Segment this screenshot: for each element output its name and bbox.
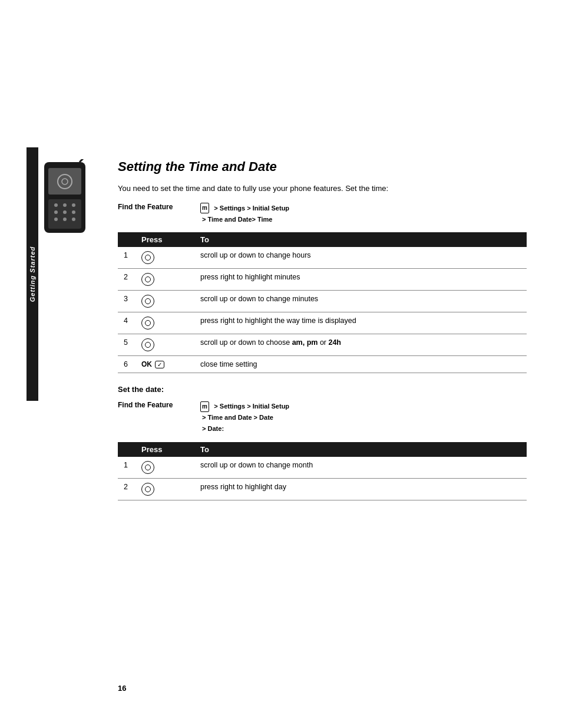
svg-point-10 [54,218,58,221]
table-row: 1 scroll up or down to change month [118,457,527,479]
to-cell: scroll up or down to change month [194,457,527,479]
table-row: 2 press right to highlight minutes [118,268,527,290]
am-pm-bold: am, pm [292,338,318,347]
table-row: 6 OK ✓ close time setting [118,355,527,373]
find-feature-date-value: m > Settings > Initial Setup > Time and … [200,401,289,435]
press-cell [135,457,194,479]
intro-text: You need to set the time and date to ful… [118,183,527,195]
press-cell [135,478,194,500]
table-row: 2 press right to highlight day [118,478,527,500]
press-cell [135,268,194,290]
press-cell [135,247,194,269]
col-press-header-d: Press [135,442,194,457]
row-num: 5 [118,334,135,355]
menu-path-date: > Settings > Initial Setup > Time and Da… [200,403,289,432]
svg-point-7 [54,210,58,214]
nav-icon-d2 [141,483,154,496]
row-num: 1 [118,457,135,479]
to-cell: close time setting [194,355,527,373]
24h-bold: 24h [328,338,341,347]
to-cell: scroll up or down to change minutes [194,290,527,312]
row-num: 1 [118,247,135,269]
press-cell [135,290,194,312]
col-to-header-d: To [194,442,527,457]
find-feature-time-label: Find the Feature [118,203,200,211]
press-cell [135,334,194,355]
svg-point-11 [63,218,67,221]
find-feature-date-row: Find the Feature m > Settings > Initial … [118,401,527,435]
table-row: 3 scroll up or down to change minutes [118,290,527,312]
to-cell: scroll up or down to change hours [194,247,527,269]
menu-icon-time: m [200,203,209,213]
svg-point-9 [72,210,75,214]
find-feature-time-value: m > Settings > Initial Setup > Time and … [200,203,289,225]
to-cell: press right to highlight the way time is… [194,312,527,334]
to-cell: press right to highlight minutes [194,268,527,290]
phone-image-area [35,159,112,253]
page-number: 16 [118,684,126,693]
svg-point-8 [63,210,67,214]
row-num: 2 [118,268,135,290]
col-num-header-d [118,442,135,457]
set-date-label: Set the date: [118,385,527,394]
row-num: 2 [118,478,135,500]
nav-icon-3 [141,295,154,308]
svg-point-12 [72,218,75,221]
ok-button-label: OK [141,360,152,368]
main-content: Setting the Time and Date You need to se… [118,159,527,728]
table-row: 1 scroll up or down to change hours [118,247,527,269]
ok-icon: ✓ [155,361,164,368]
page-container: Getting Started [0,0,562,728]
nav-icon-5 [141,338,154,351]
nav-icon-4 [141,317,154,330]
date-table: Press To 1 scroll up or down to change m… [118,442,527,500]
sidebar-label: Getting Started [29,246,36,302]
col-num-header [118,232,135,247]
svg-point-4 [54,203,58,207]
press-cell: OK ✓ [135,355,194,373]
row-num: 4 [118,312,135,334]
menu-icon-date: m [200,401,209,412]
to-cell: press right to highlight day [194,478,527,500]
svg-line-3 [80,159,85,162]
press-cell [135,312,194,334]
time-table-header: Press To [118,232,527,247]
row-num: 6 [118,355,135,373]
time-table: Press To 1 scroll up or down to change h… [118,232,527,373]
phone-icon [35,159,94,242]
svg-point-5 [63,203,67,207]
row-num: 3 [118,290,135,312]
menu-path-time: > Settings > Initial Setup > Time and Da… [200,205,289,223]
svg-rect-1 [48,168,81,195]
col-press-header: Press [135,232,194,247]
page-title: Setting the Time and Date [118,159,527,174]
col-to-header: To [194,232,527,247]
table-row: 4 press right to highlight the way time … [118,312,527,334]
date-table-header: Press To [118,442,527,457]
table-row: 5 scroll up or down to choose am, pm or … [118,334,527,355]
nav-icon-2 [141,273,154,286]
nav-icon-d1 [141,461,154,474]
to-cell: scroll up or down to choose am, pm or 24… [194,334,527,355]
nav-icon-1 [141,251,154,264]
svg-point-6 [72,203,75,207]
find-feature-time-row: Find the Feature m > Settings > Initial … [118,203,527,225]
find-feature-date-label: Find the Feature [118,401,200,409]
